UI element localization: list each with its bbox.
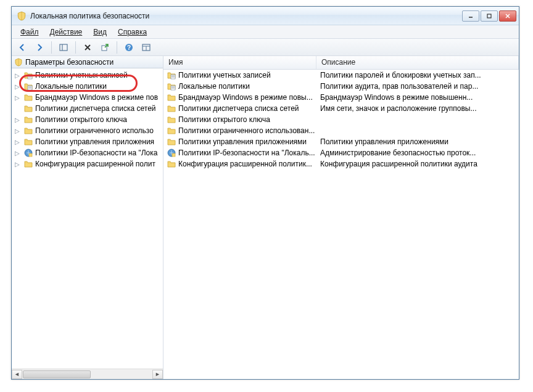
tree-view[interactable]: ▷Политики учетных записей▷Локальные поли… [12,68,163,369]
scroll-thumb[interactable] [23,370,91,378]
folder-icon [167,104,176,113]
menubar: Файл Действие Вид Справка [12,25,519,39]
expand-icon[interactable]: ▷ [14,150,20,156]
expand-icon[interactable]: ▷ [14,83,20,89]
cell-description: Политики управления приложениями [316,137,519,146]
list-row[interactable]: Политики ограниченного использован... [163,125,519,136]
help-button[interactable]: ? [122,41,136,54]
list-row[interactable]: Политики учетных записейПолитики паролей… [163,70,519,81]
export-button[interactable] [98,41,112,54]
folder-icon [167,115,176,124]
menu-view[interactable]: Вид [88,27,112,38]
svg-rect-4 [487,14,491,18]
column-description[interactable]: Описание [316,56,519,69]
tree-item-label: Политики управления приложения [35,137,154,146]
cell-name: Брандмауэр Windows в режиме повы... [163,93,316,102]
tree-item[interactable]: ▷Политики управления приложения [12,136,163,147]
expand-icon[interactable]: ▷ [14,72,20,78]
tree-item-label: Политики открытого ключа [35,115,127,124]
tree-item[interactable]: Политики диспетчера списка сетей [12,103,163,114]
shield-icon [14,58,23,67]
menu-help[interactable]: Справка [113,27,152,38]
policy-icon [24,82,33,91]
toolbar: ? [12,39,519,56]
list-row[interactable]: Локальные политикиПолитики аудита, прав … [163,81,519,92]
tree-item[interactable]: ▷Локальные политики [12,81,163,92]
list-row[interactable]: Политики управления приложениямиПолитики… [163,136,519,147]
svg-text:?: ? [127,44,131,51]
minimize-button[interactable] [462,10,479,22]
folder-icon [167,126,176,135]
folder-icon [24,160,33,168]
row-name-label: Политики ограниченного использован... [178,126,315,135]
close-button[interactable] [499,10,516,22]
scroll-left-arrow[interactable]: ◄ [12,370,22,379]
expand-icon[interactable]: ▷ [14,128,20,134]
cell-description: Администрирование безопасностью проток..… [316,149,519,157]
list-row[interactable]: Конфигурация расширенной политик...Конфи… [163,158,519,169]
menu-file[interactable]: Файл [15,27,44,38]
expand-icon[interactable]: ▷ [14,161,20,167]
scroll-track[interactable] [22,370,152,379]
show-hide-tree-button[interactable] [57,41,70,54]
tree-item[interactable]: ▷Политики ограниченного использо [12,125,163,136]
properties-button[interactable] [139,41,153,54]
policy-icon [167,82,176,91]
forward-button[interactable] [33,41,46,54]
folder-icon [24,126,33,135]
list-header: Имя Описание [163,56,519,70]
policy-icon [24,71,33,80]
cell-name: Политики ограниченного использован... [163,126,316,135]
expand-icon[interactable]: ▷ [14,94,20,100]
maximize-button[interactable] [481,10,498,22]
list-row[interactable]: Брандмауэр Windows в режиме повы...Бранд… [163,92,519,103]
ipsec-icon [24,149,33,157]
tree-item-label: Политики ограниченного использо [35,126,154,135]
cell-name: Политики IP-безопасности на "Локаль... [163,149,316,157]
tree-item[interactable]: ▷Конфигурация расширенной полит [12,158,163,169]
app-icon [17,11,27,21]
titlebar[interactable]: Локальная политика безопасности [12,7,519,25]
row-name-label: Политики учетных записей [178,71,271,80]
row-name-label: Политики открытого ключа [178,115,270,124]
ipsec-icon [167,149,176,157]
tree-item[interactable]: ▷Политики IP-безопасности на "Лока [12,147,163,158]
expand-icon[interactable]: ▷ [14,139,20,145]
row-name-label: Политики IP-безопасности на "Локаль... [178,149,315,157]
cell-description: Политики паролей и блокировки учетных за… [316,71,519,80]
cell-description: Брандмауэр Windows в режиме повышенн... [316,93,519,102]
tree-item-label: Политики учетных записей [35,71,128,80]
folder-icon [24,115,33,124]
scroll-right-arrow[interactable]: ► [152,370,163,379]
back-button[interactable] [15,41,29,54]
cell-name: Конфигурация расширенной политик... [163,160,316,168]
tree-item-label: Конфигурация расширенной полит [35,160,155,168]
row-name-label: Политики диспетчера списка сетей [178,104,299,113]
cell-description: Конфигурация расширенной политики аудита [316,160,519,168]
menu-action[interactable]: Действие [45,27,88,38]
tree-item-label: Локальные политики [35,82,107,91]
tree-item[interactable]: ▷Политики открытого ключа [12,114,163,125]
horizontal-scrollbar[interactable]: ◄ ► [12,369,163,379]
cell-name: Политики диспетчера списка сетей [163,104,316,113]
list-row[interactable]: Политики открытого ключа [163,114,519,125]
delete-button[interactable] [81,41,94,54]
cell-name: Локальные политики [163,82,316,91]
tree-item[interactable]: ▷Политики учетных записей [12,70,163,81]
tree-item-label: Политики диспетчера списка сетей [35,104,156,113]
content-area: Параметры безопасности ▷Политики учетных… [12,56,519,379]
expand-icon[interactable]: ▷ [14,116,20,123]
folder-icon [167,137,176,146]
list-row[interactable]: Политики IP-безопасности на "Локаль...Ад… [163,147,519,158]
tree-item[interactable]: ▷Брандмауэр Windows в режиме пов [12,92,163,103]
folder-icon [24,104,33,113]
cell-description: Политики аудита, прав пользователей и па… [316,82,519,91]
list-row[interactable]: Политики диспетчера списка сетейИмя сети… [163,103,519,114]
column-name[interactable]: Имя [163,56,316,69]
folder-icon [167,93,176,102]
list-body[interactable]: Политики учетных записейПолитики паролей… [163,70,519,379]
folder-icon [24,137,33,146]
row-name-label: Конфигурация расширенной политик... [178,160,312,168]
tree-root[interactable]: Параметры безопасности [12,56,163,68]
row-name-label: Брандмауэр Windows в режиме повы... [178,93,313,102]
